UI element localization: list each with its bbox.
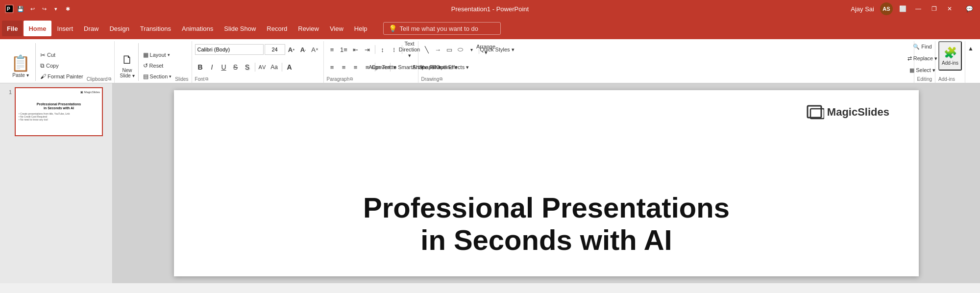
replace-btn[interactable]: ⇄ Replace ▾ (917, 53, 928, 64)
increase-indent-btn[interactable]: ⇥ (362, 44, 373, 55)
drawing-shapes-row: ╲ → ▭ ⬭ ▾ Arrange ▾ Quick Styles ▾ (421, 41, 503, 58)
format-painter-label: Format Painter (48, 73, 83, 79)
columns-btn[interactable]: ⫶ (389, 44, 400, 55)
new-slide-button[interactable]: 🗋 NewSlide ▾ (118, 49, 137, 83)
drawing-label: Drawing (421, 76, 440, 82)
slide-preview[interactable]: ▣ MagicSlides Professional Presentations… (15, 87, 103, 136)
shape-effects-btn[interactable]: Shape Effects ▾ (445, 62, 456, 73)
ribbon-group-paragraph: ≡ 1≡ ⇤ ⇥ ↕ ⫶ Text Direction ▾ ≡ ≡ ≡ ≡ Al… (324, 41, 418, 83)
menu-record[interactable]: Record (262, 21, 292, 36)
decrease-font-btn[interactable]: A- (298, 44, 309, 55)
align-left-btn[interactable]: ≡ (327, 62, 338, 73)
restore-btn[interactable]: ❐ (928, 3, 940, 15)
customize-quick-btn[interactable]: ▾ (51, 4, 61, 14)
save-quick-btn[interactable]: 💾 (16, 4, 25, 14)
section-label: Section (150, 73, 168, 79)
ribbon-group-slides: 🗋 NewSlide ▾ ▦ Layout ▾ ↺ Reset ▤ Sectio… (115, 41, 192, 83)
shape-line-btn[interactable]: ╲ (421, 44, 432, 55)
menu-home[interactable]: Home (24, 21, 51, 36)
italic-btn[interactable]: I (207, 62, 218, 73)
menu-transitions[interactable]: Transitions (135, 21, 176, 36)
redo-quick-btn[interactable]: ↪ (39, 4, 49, 14)
ribbon-toggle-btn[interactable]: ⬜ (897, 3, 908, 15)
menu-draw[interactable]: Draw (79, 21, 103, 36)
decrease-indent-btn[interactable]: ⇤ (350, 44, 361, 55)
copy-button[interactable]: ⧉ Copy (38, 61, 86, 71)
clipboard-expand-icon[interactable]: ⧉ (108, 76, 111, 82)
bold-btn[interactable]: B (195, 62, 206, 73)
shadow-btn[interactable]: S (242, 62, 253, 73)
menu-help[interactable]: Help (349, 21, 372, 36)
menu-file[interactable]: File (2, 21, 23, 36)
numbering-btn[interactable]: 1≡ (339, 44, 349, 55)
editing-row1: 🔍 Find (917, 41, 928, 52)
paste-button[interactable]: 📋 Paste ▾ (7, 49, 34, 83)
bullets-btn[interactable]: ≡ (327, 44, 338, 55)
increase-font-btn[interactable]: A+ (286, 44, 297, 55)
menu-review[interactable]: Review (293, 21, 324, 36)
font-row1: A+ A- A✕ (195, 41, 320, 58)
layout-button[interactable]: ▦ Layout ▾ (141, 50, 174, 60)
find-btn[interactable]: 🔍 Find (917, 41, 928, 52)
text-direction-btn[interactable]: Text Direction ▾ (404, 44, 415, 55)
select-btn[interactable]: ▦ Select ▾ (917, 65, 928, 75)
chat-btn[interactable]: 💬 (963, 3, 975, 15)
tell-me-box[interactable]: 💡 Tell me what you want to do (383, 22, 501, 35)
reset-button[interactable]: ↺ Reset (141, 61, 174, 71)
paragraph-expand-icon[interactable]: ⧉ (350, 76, 353, 82)
cut-button[interactable]: ✂ Cut (38, 50, 86, 60)
quick-styles-btn[interactable]: Quick Styles ▾ (492, 44, 503, 55)
tell-me-text: Tell me what you want to do (400, 25, 478, 32)
ribbon-collapse-btn[interactable]: ▲ (965, 43, 976, 54)
change-case-btn[interactable]: Aa (269, 62, 280, 73)
font-size-selector[interactable] (265, 44, 285, 55)
addins-btn[interactable]: 🧩 Add-ins (938, 41, 962, 71)
shape-ellipse-btn[interactable]: ⬭ (455, 44, 466, 55)
drawing-expand-icon[interactable]: ⧉ (440, 76, 442, 82)
align-right-btn[interactable]: ≡ (350, 62, 361, 73)
quick-access-toolbar: P 💾 ↩ ↪ ▾ ✱ (5, 4, 73, 14)
font-color-btn[interactable]: A (284, 62, 295, 73)
slide-preview-title: Professional Presentationsin Seconds wit… (37, 102, 81, 111)
main-content: 1 ▣ MagicSlides Professional Presentatio… (0, 83, 980, 283)
strikethrough-btn[interactable]: S (230, 62, 241, 73)
ribbon-group-drawing: ╲ → ▭ ⬭ ▾ Arrange ▾ Quick Styles ▾ Shape… (418, 41, 914, 83)
menu-bar: File Home Insert Draw Design Transitions… (0, 18, 980, 39)
clear-format-btn[interactable]: A✕ (310, 44, 320, 55)
font-row2: B I U S S AV Aa A (195, 59, 295, 75)
undo-quick-btn[interactable]: ↩ (27, 4, 37, 14)
menu-animations[interactable]: Animations (177, 21, 218, 36)
extra-quick-btn[interactable]: ✱ (63, 4, 73, 14)
shape-rect-btn[interactable]: ▭ (444, 44, 455, 55)
underline-btn[interactable]: U (219, 62, 229, 73)
slides-label: Slides (175, 76, 188, 82)
menu-slideshow[interactable]: Slide Show (219, 21, 261, 36)
slide-thumbnail-1[interactable]: 1 ▣ MagicSlides Professional Presentatio… (4, 87, 108, 136)
menu-design[interactable]: Design (104, 21, 134, 36)
format-painter-icon: 🖌 (40, 73, 46, 80)
slide-title-line2: in Seconds with AI (363, 224, 730, 257)
menu-insert[interactable]: Insert (52, 21, 78, 36)
section-button[interactable]: ▤ Section ▾ (141, 72, 174, 81)
font-family-selector[interactable] (195, 44, 264, 55)
title-bar-right: Ajay Sai AS ⬜ — ❐ ✕ 💬 (851, 2, 975, 15)
user-avatar[interactable]: AS (880, 2, 893, 15)
line-spacing-btn[interactable]: ↕ (377, 44, 388, 55)
align-center-btn[interactable]: ≡ (339, 62, 349, 73)
char-spacing-btn[interactable]: AV (257, 62, 268, 73)
user-name: Ajay Sai (851, 5, 874, 13)
convert-smartart-btn[interactable]: Convert to SmartArt ▾ (392, 62, 403, 73)
layout-dropdown-icon: ▾ (168, 52, 170, 57)
close-btn[interactable]: ✕ (944, 3, 956, 15)
menu-view[interactable]: View (325, 21, 348, 36)
minimize-btn[interactable]: — (912, 3, 924, 15)
shape-more-btn[interactable]: ▾ (466, 44, 477, 55)
addins-label: Add-ins (942, 60, 958, 66)
font-label: Font (195, 76, 205, 82)
font-expand-icon[interactable]: ⧉ (205, 76, 208, 82)
addins-group-label: Add-ins (938, 76, 955, 82)
format-painter-button[interactable]: 🖌 Format Painter (38, 72, 86, 81)
slide-canvas[interactable]: MagicSlides Professional Presentations i… (174, 90, 919, 276)
editing-row3: ▦ Select ▾ (917, 65, 928, 75)
shape-arrow-btn[interactable]: → (433, 44, 443, 55)
